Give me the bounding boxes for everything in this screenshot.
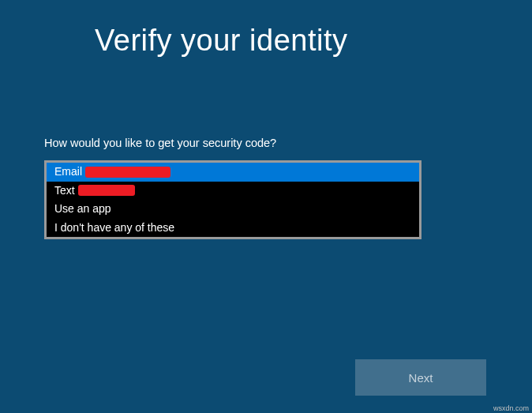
option-text-label: Text [54, 183, 75, 199]
option-none[interactable]: I don't have any of these [47, 219, 419, 238]
redacted-phone [78, 185, 135, 196]
option-none-label: I don't have any of these [54, 220, 174, 236]
page-title: Verify your identity [95, 24, 486, 58]
option-email[interactable]: Email [47, 163, 419, 182]
security-method-dropdown[interactable]: Email Text Use an app I don't have any o… [44, 160, 421, 239]
security-code-prompt: How would you like to get your security … [44, 137, 486, 149]
option-email-label: Email [54, 164, 82, 180]
option-text[interactable]: Text [47, 182, 419, 201]
watermark: wsxdn.com [493, 404, 529, 412]
option-use-app[interactable]: Use an app [47, 200, 419, 219]
redacted-email [85, 167, 170, 178]
next-button[interactable]: Next [355, 359, 486, 396]
option-use-app-label: Use an app [54, 201, 111, 217]
